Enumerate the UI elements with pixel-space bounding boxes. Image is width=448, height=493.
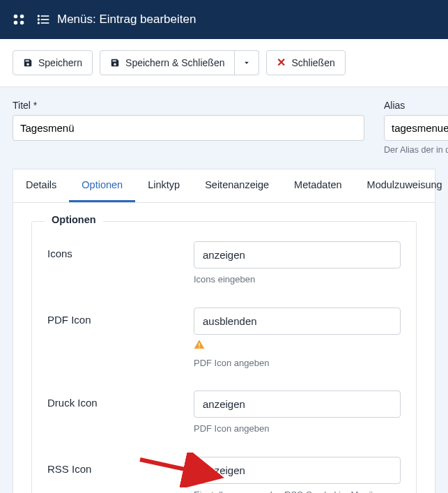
icons-desc: Icons eingeben	[194, 273, 401, 287]
icons-label: Icons	[47, 241, 194, 259]
fieldset-legend: Optionen	[45, 214, 103, 225]
svg-point-6	[38, 18, 40, 20]
alias-input[interactable]	[384, 115, 448, 141]
svg-point-2	[14, 21, 18, 25]
save-close-dropdown-button[interactable]	[235, 50, 259, 75]
tab-linktype[interactable]: Linktyp	[135, 169, 192, 202]
rss-icon-select[interactable]: anzeigen	[194, 457, 401, 484]
hamburger-list-icon[interactable]	[36, 13, 50, 26]
tab-strip: Details Optionen Linktyp Seitenanzeige M…	[13, 169, 435, 203]
save-close-group: Speichern & Schließen	[100, 50, 259, 75]
tab-metadata[interactable]: Metadaten	[281, 169, 355, 202]
form-header: Titel * Alias Der Alias der in de	[0, 87, 448, 159]
row-icons: Icons anzeigen Icons eingeben	[47, 241, 401, 287]
svg-point-8	[38, 22, 40, 24]
title-field: Titel *	[13, 100, 364, 155]
svg-rect-9	[41, 22, 49, 24]
row-rss-icon: RSS Icon anzeigen Einstellung, wenn das …	[47, 457, 401, 494]
alias-field: Alias Der Alias der in de	[384, 100, 448, 155]
tabs-container: Details Optionen Linktyp Seitenanzeige M…	[13, 169, 435, 203]
pdf-icon-desc: PDF Icon angeben	[194, 356, 401, 370]
save-button-label: Speichern	[38, 57, 82, 68]
print-icon-desc: PDF Icon angeben	[194, 422, 401, 436]
svg-point-3	[20, 21, 24, 25]
options-fieldset: Optionen Icons anzeigen Icons eingeben P…	[31, 221, 417, 493]
tab-moduleassign[interactable]: Modulzuweisung	[355, 169, 448, 202]
save-close-button[interactable]: Speichern & Schließen	[100, 50, 235, 75]
close-button[interactable]: ✕ Schließen	[266, 50, 345, 75]
admin-topbar: Menüs: Eintrag bearbeiten	[0, 0, 448, 39]
pdf-icon-select[interactable]: ausblenden	[194, 308, 401, 335]
chevron-down-icon	[242, 58, 252, 68]
save-button[interactable]: Speichern	[13, 50, 93, 75]
options-panel: Optionen Icons anzeigen Icons eingeben P…	[13, 203, 435, 493]
row-print-icon: Druck Icon anzeigen PDF Icon angeben	[47, 390, 401, 436]
svg-rect-10	[199, 343, 199, 346]
close-icon: ✕	[277, 58, 286, 68]
save-icon	[23, 58, 33, 68]
save-icon	[110, 58, 120, 68]
rss-icon-desc: Einstellung, wenn das RSS-Symbol im Menü…	[194, 488, 401, 494]
icons-select[interactable]: anzeigen	[194, 241, 401, 268]
joomla-logo-icon	[8, 9, 29, 30]
svg-point-4	[38, 15, 40, 17]
save-close-button-label: Speichern & Schließen	[125, 57, 224, 68]
tab-options[interactable]: Optionen	[69, 169, 135, 202]
action-toolbar: Speichern Speichern & Schließen ✕ Schlie…	[0, 39, 448, 87]
pdf-icon-label: PDF Icon	[47, 308, 194, 326]
alias-hint: Der Alias der in de	[384, 145, 448, 155]
alias-label: Alias	[384, 100, 448, 111]
row-pdf-icon: PDF Icon ausblenden PDF Icon angeben	[47, 308, 401, 370]
warning-icon	[194, 339, 205, 352]
print-icon-select[interactable]: anzeigen	[194, 390, 401, 418]
tab-details[interactable]: Details	[13, 169, 69, 202]
print-icon-label: Druck Icon	[47, 390, 194, 409]
svg-rect-5	[41, 15, 49, 17]
svg-rect-7	[41, 19, 49, 20]
tab-pagedisplay[interactable]: Seitenanzeige	[192, 169, 281, 202]
rss-icon-label: RSS Icon	[47, 457, 194, 475]
svg-rect-11	[199, 347, 199, 347]
page-title: Menüs: Eintrag bearbeiten	[57, 13, 196, 26]
svg-point-0	[14, 15, 18, 19]
title-label: Titel *	[13, 100, 364, 111]
close-button-label: Schließen	[291, 57, 334, 68]
svg-point-1	[20, 15, 24, 19]
title-input[interactable]	[13, 115, 364, 141]
